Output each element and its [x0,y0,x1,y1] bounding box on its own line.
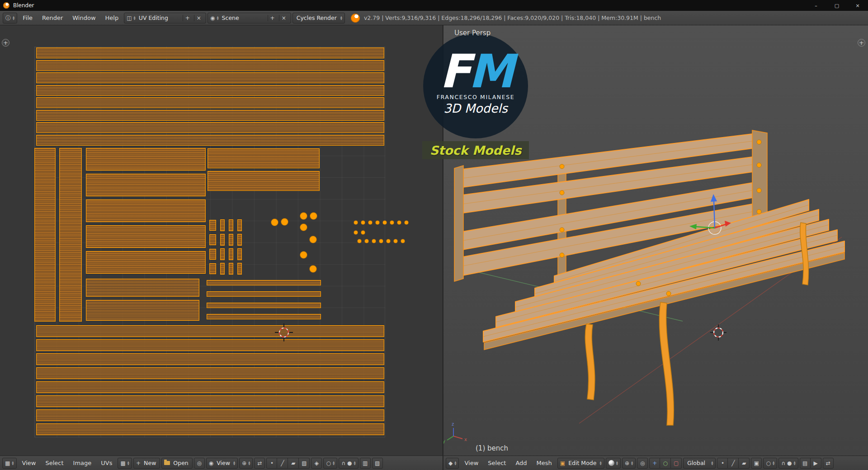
region-expand-icon[interactable]: + [858,39,865,47]
sticky-selection-button[interactable]: ◈ [311,458,322,469]
uv-island[interactable] [229,263,233,275]
uv-island[interactable] [207,303,321,308]
uv-island-dot[interactable] [368,221,372,224]
uv-island[interactable] [36,135,384,146]
manipulator-translate-button[interactable]: + [649,458,660,469]
bench-bolt[interactable] [757,188,761,193]
uv-island[interactable] [207,314,321,319]
pin-image-toggle[interactable]: ◎ [194,458,205,469]
uv-island-dot[interactable] [397,221,401,224]
layout-name[interactable]: UV Editing [137,14,181,21]
uv-island[interactable] [209,263,216,274]
uv-island[interactable] [36,339,384,351]
uv-island[interactable] [209,220,216,231]
pivot-point-selector[interactable]: ⊕ [622,458,636,469]
uv-island[interactable] [237,219,242,231]
mesh-select-vertex-button[interactable]: • [717,458,728,469]
pivot-center-points-toggle[interactable]: ◎ [637,458,648,469]
uv-island[interactable] [220,219,225,231]
new-image-button[interactable]: + New [133,458,160,469]
v3d-menu-mesh[interactable]: Mesh [533,456,556,470]
proportional-edit-selector[interactable]: ○ [763,458,777,469]
uv-island[interactable] [36,72,384,83]
region-expand-icon[interactable]: + [2,39,9,47]
uv-island[interactable] [36,60,384,71]
uv-select-edge-button[interactable]: ╱ [277,458,288,469]
manipulator-rotate-button[interactable]: ○ [660,458,671,469]
editor-type-selector-3d[interactable]: ◆ [446,458,459,469]
uv-island-dot[interactable] [310,236,316,243]
uv-island[interactable] [36,381,384,393]
uv-menu-select[interactable]: Select [41,456,67,470]
uv-pivot-selector[interactable]: ⊕ [239,458,253,469]
uv-island-dot[interactable] [401,239,405,243]
uv-stretch-display-toggle[interactable]: ▥ [360,458,371,469]
uv-island-dot[interactable] [405,221,408,224]
header-scroll-arrows[interactable]: ⇄ [823,458,834,469]
uv-island[interactable] [229,248,233,260]
uv-island[interactable] [36,353,384,365]
uv-menu-view[interactable]: View [18,456,40,470]
maximize-button[interactable]: ▢ [826,0,847,11]
bench-bolt[interactable] [560,190,564,195]
uv-menu-uvs[interactable]: UVs [97,456,116,470]
uv-draw-other-objects-toggle[interactable]: ▨ [372,458,383,469]
mesh-select-face-button[interactable]: ▰ [739,458,750,469]
render-engine-selector[interactable]: Cycles Render [292,13,345,24]
uv-island[interactable] [86,279,199,297]
menu-render[interactable]: Render [38,11,67,25]
uv-island[interactable] [36,47,384,58]
uv-island-dot[interactable] [365,239,368,243]
screen-layout-selector[interactable]: ◫ UV Editing + × [124,13,206,24]
layout-browse-icon[interactable]: ◫ [127,15,132,21]
v3d-menu-add[interactable]: Add [511,456,531,470]
uv-menu-image[interactable]: Image [69,456,96,470]
image-datablock-browse[interactable]: ▩ [118,458,132,469]
interaction-mode-selector[interactable]: ▣ Edit Mode [557,458,604,469]
uv-island-dot[interactable] [383,221,387,224]
viewport-shading-selector[interactable] [606,458,621,469]
delete-scene-button[interactable]: × [279,15,288,21]
uv-island-dot[interactable] [379,239,383,243]
add-layout-button[interactable]: + [183,15,192,21]
uv-mode-selector[interactable]: ◉ View [206,458,238,469]
bench-bolt[interactable] [560,228,564,232]
close-button[interactable]: × [847,0,868,11]
bench-bolt[interactable] [636,281,641,286]
uv-island[interactable] [36,395,384,407]
transform-orientation-selector[interactable]: Global [683,458,716,469]
uv-island[interactable] [36,423,384,435]
uv-island[interactable] [207,280,321,285]
bench-bolt[interactable] [757,209,761,214]
uv-island[interactable] [86,199,206,222]
uv-island-dot[interactable] [394,239,397,243]
uv-island-dot[interactable] [361,221,365,224]
v3d-menu-view[interactable]: View [460,456,482,470]
render-opengl-still-button[interactable]: ▤ [800,458,811,469]
uv-island-dot[interactable] [387,239,390,243]
bench-bolt[interactable] [666,291,671,296]
uv-island-dot[interactable] [281,218,288,225]
uv-island[interactable] [207,291,321,297]
uv-island[interactable] [59,148,82,322]
open-image-button[interactable]: Open [161,458,192,469]
sync-uv-selection-toggle[interactable]: ⇄ [254,458,265,469]
uv-island-dot[interactable] [358,239,361,243]
uv-island[interactable] [237,263,242,275]
editor-type-selector-uv[interactable]: ▦ [2,458,17,469]
uv-editor-canvas[interactable]: + [0,25,443,456]
uv-island[interactable] [36,97,384,108]
bench-backrest-left-stile[interactable] [454,166,463,281]
uv-island-dot[interactable] [271,219,278,226]
uv-island-dot[interactable] [361,231,365,234]
scene-selector[interactable]: ◉ Scene + × [208,13,291,24]
uv-island[interactable] [34,148,56,322]
v3d-menu-select[interactable]: Select [484,456,510,470]
cursor-3d[interactable] [710,324,726,341]
menu-help[interactable]: Help [101,11,123,25]
bench-leg-left[interactable] [585,324,595,400]
menu-window[interactable]: Window [68,11,99,25]
uv-island[interactable] [86,174,206,196]
uv-island[interactable] [86,300,199,321]
uv-island-dot[interactable] [354,231,358,234]
